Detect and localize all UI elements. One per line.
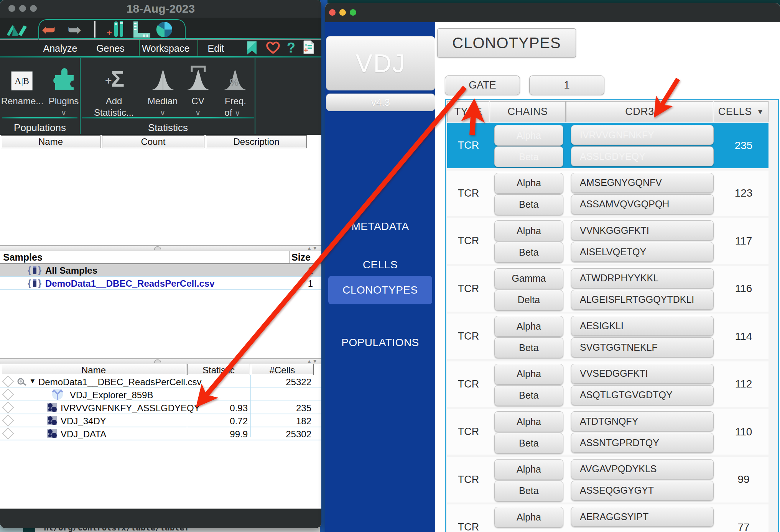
chain-button-beta[interactable]: Beta bbox=[494, 337, 563, 358]
samples-header[interactable]: Samples bbox=[3, 252, 43, 263]
clonotype-row[interactable]: TCRAlphaVVNKGGGFKTIBetaAISELVQETQY117 bbox=[447, 218, 768, 264]
median-chevron-icon[interactable]: ∨ bbox=[160, 108, 166, 117]
table-header-cdr3[interactable]: CDR3 bbox=[566, 101, 713, 122]
pie-chart-icon[interactable] bbox=[156, 21, 173, 38]
cdr3-sequence-button[interactable]: ASSLGDYEQY bbox=[571, 146, 714, 166]
splitter-handle[interactable] bbox=[154, 360, 161, 363]
add-samples-icon[interactable]: + bbox=[106, 20, 127, 38]
gate-state-diamond-icon[interactable] bbox=[2, 427, 14, 439]
new-table-icon[interactable]: + bbox=[303, 40, 314, 54]
chain-button-beta[interactable]: Beta bbox=[494, 385, 563, 406]
sample-row[interactable]: {}DemoData1__DBEC_ReadsPerCell.csv1 bbox=[0, 277, 321, 290]
cdr3-sequence-button[interactable]: AVGAVPQDYKLS bbox=[571, 459, 714, 479]
population-tree-row[interactable]: VDJ_Explorer_859B bbox=[0, 388, 321, 401]
vdj-titlebar[interactable] bbox=[325, 3, 780, 22]
plugins-chevron-icon[interactable]: ∨ bbox=[61, 108, 67, 117]
gate-button[interactable]: GATE bbox=[445, 76, 520, 95]
table-header-type[interactable]: TYPE bbox=[447, 101, 489, 122]
chain-button-beta[interactable]: Beta bbox=[494, 194, 563, 215]
column-header-name[interactable]: Name bbox=[1, 135, 100, 148]
cdr3-sequence-button[interactable]: AESIGKLI bbox=[571, 316, 714, 336]
chain-button-delta[interactable]: Delta bbox=[494, 290, 563, 310]
rename-icon[interactable]: A|B bbox=[11, 71, 33, 90]
cv-button[interactable]: CV bbox=[191, 96, 204, 107]
collapse-expand-icons[interactable]: ▲▼ bbox=[307, 358, 318, 364]
population-tree-row[interactable]: ▼DemoData1__DBEC_ReadsPerCell.csv25322 bbox=[0, 375, 321, 388]
cdr3-sequence-button[interactable]: ATDTGNQFY bbox=[571, 411, 714, 431]
population-tree-row[interactable]: VDJ_34DY0.72182 bbox=[0, 414, 321, 427]
tree-header-statistic[interactable]: Statistic bbox=[187, 364, 250, 375]
column-header-description[interactable]: Description bbox=[206, 135, 307, 148]
plugins-icon[interactable] bbox=[51, 66, 78, 90]
cdr3-sequence-button[interactable]: VVNKGGGFKTI bbox=[571, 220, 714, 240]
gate-state-diamond-icon[interactable] bbox=[2, 388, 14, 400]
gate-state-diamond-icon[interactable] bbox=[2, 401, 14, 413]
minimize-button[interactable] bbox=[339, 9, 346, 16]
gate-state-diamond-icon[interactable] bbox=[2, 414, 14, 426]
population-tree-row[interactable]: VDJ_DATA99.925302 bbox=[0, 427, 321, 440]
sidebar-item-metadata[interactable]: METADATA bbox=[325, 215, 435, 238]
expander-icon[interactable]: ▼ bbox=[29, 377, 36, 385]
cdr3-sequence-button[interactable]: ASQTLGTGVGDTQY bbox=[571, 385, 714, 405]
cdr3-sequence-button[interactable]: ASSNTGPRDTQY bbox=[571, 433, 714, 453]
chain-button-gamma[interactable]: Gamma bbox=[494, 268, 563, 289]
collapse-expand-icons[interactable]: ▲▼ bbox=[307, 245, 318, 251]
undo-icon[interactable]: ➥ bbox=[41, 20, 56, 39]
cdr3-sequence-button[interactable]: AISELVQETQY bbox=[571, 242, 714, 262]
menu-workspace[interactable]: Workspace bbox=[142, 43, 190, 54]
clonotype-row[interactable]: TCRAlphaAVGAVPQDYKLSBetaASSEQGGYGYT99 bbox=[447, 457, 768, 502]
cdr3-sequence-button[interactable]: VVSEDGGFKTI bbox=[571, 364, 714, 384]
menu-edit[interactable]: Edit bbox=[207, 43, 224, 54]
sidebar-item-clonotypes[interactable]: CLONOTYPES bbox=[328, 276, 432, 304]
chain-button-beta[interactable]: Beta bbox=[494, 433, 563, 453]
cdr3-sequence-button[interactable]: SVGTGGTNEKLF bbox=[571, 337, 714, 357]
freq-of-icon[interactable]: % bbox=[223, 67, 247, 90]
table-header-chains[interactable]: CHAINS bbox=[490, 101, 566, 122]
chain-button-alpha[interactable]: Alpha bbox=[494, 507, 563, 527]
window-titlebar[interactable]: 18-Aug-2023 bbox=[0, 0, 321, 18]
population-tree-row[interactable]: IVRVVGNFNKFY_ASSLGDYEQY0.93235 bbox=[0, 401, 321, 414]
add-statistic-button-line2[interactable]: Statistic... bbox=[94, 107, 134, 118]
sort-desc-icon[interactable]: ▼ bbox=[757, 108, 764, 116]
clonotype-row[interactable]: TCRAlphaIVRVVGNFNKFYBetaASSLGDYEQY235 bbox=[447, 123, 768, 168]
bookmark-icon[interactable] bbox=[247, 41, 257, 54]
sidebar-item-cells[interactable]: CELLS bbox=[325, 253, 435, 276]
clonotype-row[interactable]: TCRAlphaAMSEGNYGQNFVBetaASSAMVQVGQPQH123 bbox=[447, 171, 768, 216]
clonotype-row[interactable]: TCRAlphaAESIGKLIBetaSVGTGGTNEKLF114 bbox=[447, 314, 768, 359]
favorites-heart-icon[interactable] bbox=[265, 41, 281, 55]
chain-button-beta[interactable]: Beta bbox=[494, 146, 563, 167]
cv-icon[interactable] bbox=[186, 65, 210, 90]
column-header-count[interactable]: Count bbox=[102, 135, 204, 148]
app-version-button[interactable]: v4.3 bbox=[326, 94, 435, 111]
cdr3-sequence-button[interactable]: IVRVVGNFNKFY bbox=[571, 125, 714, 145]
chain-button-beta[interactable]: Beta bbox=[494, 481, 563, 501]
chain-button-alpha[interactable]: Alpha bbox=[494, 411, 563, 432]
menu-analyze[interactable]: Analyze bbox=[43, 43, 77, 54]
add-statistic-button[interactable]: Add bbox=[106, 96, 122, 107]
rename-button[interactable]: Rename... bbox=[1, 96, 44, 107]
gate-state-diamond-icon[interactable] bbox=[2, 375, 14, 387]
clonotype-row[interactable]: TCRAlphaVVSEDGGFKTIBetaASQTLGTGVGDTQY112 bbox=[447, 361, 768, 407]
ruler-icon[interactable] bbox=[132, 21, 151, 38]
chain-button-alpha[interactable]: Alpha bbox=[494, 316, 563, 337]
chain-button-alpha[interactable]: Alpha bbox=[494, 220, 563, 241]
median-button[interactable]: Median bbox=[148, 96, 178, 107]
cv-chevron-icon[interactable]: ∨ bbox=[195, 108, 201, 117]
clonotype-row[interactable]: TCRAlphaATDTGNQFYBetaASSNTGPRDTQY110 bbox=[447, 409, 768, 455]
freq-of-button-line2[interactable]: of ∨ bbox=[224, 107, 240, 118]
cdr3-sequence-button[interactable]: ASSAMVQVGQPQH bbox=[571, 194, 714, 214]
table-header-cells[interactable]: CELLS ▼ bbox=[714, 101, 768, 122]
menu-genes[interactable]: Genes bbox=[96, 43, 125, 54]
chain-button-alpha[interactable]: Alpha bbox=[494, 459, 563, 480]
chain-button-beta[interactable]: Beta bbox=[494, 242, 563, 263]
cdr3-sequence-button[interactable]: ASSEQGGYGYT bbox=[571, 481, 714, 501]
size-header[interactable]: Size bbox=[291, 252, 311, 263]
cdr3-sequence-button[interactable]: ATWDRPHYYKKL bbox=[571, 268, 714, 288]
zoom-button[interactable] bbox=[350, 9, 356, 16]
clonotype-row[interactable]: TCRAlphaAERAGGSYIPT77 bbox=[447, 504, 768, 532]
clonotype-row[interactable]: TCRGammaATWDRPHYYKKLDeltaALGEISFLRTGGQYT… bbox=[447, 266, 768, 312]
freq-of-button[interactable]: Freq. bbox=[225, 96, 246, 107]
sidebar-item-populations[interactable]: POPULATIONS bbox=[325, 331, 435, 354]
add-statistic-icon[interactable]: +Σ bbox=[104, 66, 124, 92]
tree-header-cells[interactable]: #Cells bbox=[251, 364, 314, 375]
